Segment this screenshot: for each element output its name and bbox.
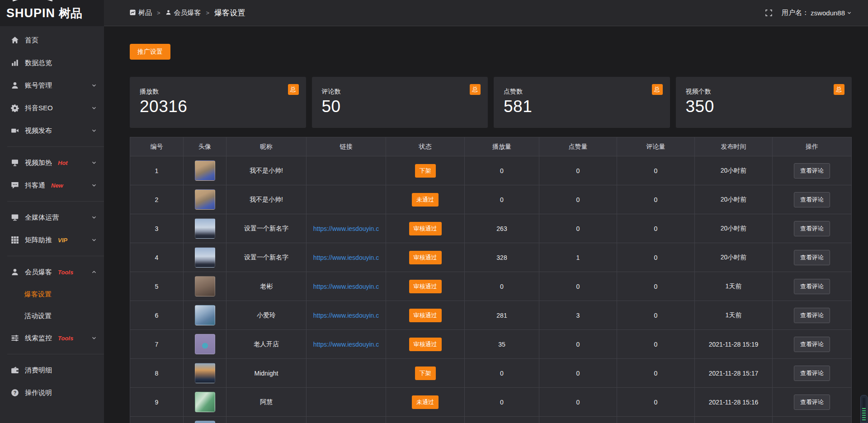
chevron-down-icon[interactable] — [91, 215, 97, 220]
view-comments-button[interactable]: 查看评论 — [794, 395, 830, 410]
home-icon — [11, 36, 19, 44]
cell-link: https://www.iesdouyin.c — [307, 330, 386, 359]
stat-value: 350 — [686, 97, 842, 116]
cell-comments: 0 — [617, 388, 695, 417]
chevron-down-icon[interactable] — [91, 105, 97, 111]
fullscreen-icon[interactable] — [765, 9, 773, 17]
view-comments-button[interactable]: 查看评论 — [794, 308, 830, 323]
cell-index: 4 — [130, 243, 184, 272]
sidebar-item-consume-detail[interactable]: 消费明细 — [0, 359, 104, 381]
cell-time: 2021-11-28 15:19 — [695, 330, 773, 359]
sidebar-item-operation-guide[interactable]: ?操作说明 — [0, 381, 104, 404]
view-comments-button[interactable]: 查看评论 — [794, 279, 830, 294]
username-label: 用户名： — [782, 9, 809, 17]
view-comments-button[interactable]: 查看评论 — [794, 366, 830, 381]
sidebar-item-tag: Tools — [58, 335, 73, 342]
cell-avatar — [184, 359, 226, 388]
sidebar-item-clue-monitor[interactable]: 线索监控Tools — [0, 327, 104, 349]
video-link[interactable]: https://www.iesdouyin.c — [307, 312, 386, 319]
video-link[interactable]: https://www.iesdouyin.c — [307, 225, 386, 232]
cell-action: 查看评论 — [773, 388, 852, 417]
video-link[interactable]: https://www.iesdouyin.c — [307, 341, 386, 348]
view-comments-button[interactable]: 查看评论 — [794, 163, 830, 179]
video-icon — [11, 127, 19, 135]
table-row: 3设置一个新名字https://www.iesdouyin.c审核通过26300… — [130, 214, 852, 243]
cell-comments: 0 — [617, 185, 695, 214]
stat-card-likes: 点赞数 581 总 — [494, 77, 670, 128]
logo[interactable]: SHUPIN 树品 — [0, 0, 104, 26]
chevron-up-icon[interactable] — [91, 269, 97, 275]
cell-nickname — [226, 417, 307, 423]
question-icon: ? — [11, 389, 19, 397]
cell-action: 查看评论 — [773, 359, 852, 388]
cell-likes: 0 — [539, 330, 617, 359]
sidebar-subitem-activity-setting[interactable]: 活动设置 — [0, 305, 104, 327]
chevron-down-icon[interactable] — [91, 237, 97, 243]
monitor-icon — [11, 213, 19, 221]
logo-text-cn: 树品 — [59, 5, 82, 21]
column-header-link: 链接 — [307, 137, 386, 156]
sidebar-item-video-heat[interactable]: 视频加热Hot — [0, 151, 104, 174]
videos-table: 编号头像昵称链接状态播放量点赞量评论量发布时间操作 1我不是小帅!下架00020… — [130, 137, 852, 423]
sidebar-item-account-manage[interactable]: 账号管理 — [0, 74, 104, 97]
chevron-down-icon[interactable] — [91, 335, 97, 341]
total-badge: 总 — [288, 84, 299, 95]
table-row: 6小爱玲https://www.iesdouyin.c审核通过281301天前查… — [130, 301, 852, 330]
view-comments-button[interactable]: 查看评论 — [794, 221, 830, 236]
video-link[interactable]: https://www.iesdouyin.c — [307, 283, 386, 290]
cell-comments — [617, 417, 695, 423]
cell-link: https://www.iesdouyin.c — [307, 214, 386, 243]
cell-time: 2021-11-28 15:16 — [695, 388, 773, 417]
view-comments-button[interactable]: 查看评论 — [794, 250, 830, 265]
cell-link — [307, 388, 386, 417]
stat-label: 视频个数 — [686, 88, 842, 96]
cell-avatar — [184, 301, 226, 330]
status-badge: 审核通过 — [409, 338, 442, 351]
sidebar-item-member-baoke[interactable]: 会员爆客Tools — [0, 261, 104, 283]
scroll-indicator-widget[interactable] — [860, 395, 868, 423]
cell-index: 5 — [130, 272, 184, 301]
sidebar-item-video-publish[interactable]: 视频发布 — [0, 119, 104, 142]
column-header-nickname: 昵称 — [226, 137, 307, 156]
breadcrumb-item-member[interactable]: 会员爆客 — [165, 9, 201, 17]
video-link[interactable]: https://www.iesdouyin.c — [307, 254, 386, 261]
view-comments-button[interactable]: 查看评论 — [794, 337, 830, 352]
sidebar: SHUPIN 树品 首页数据总览账号管理抖音SEO视频发布视频加热Hot抖客通N… — [0, 0, 104, 423]
content: 推广设置 播放数 20316 总 评论数 50 总 点赞数 581 总 — [104, 26, 868, 423]
breadcrumb-item-label: 树品 — [138, 9, 152, 17]
gear-icon — [11, 104, 19, 112]
stat-label: 评论数 — [322, 88, 478, 96]
comment-icon — [11, 181, 19, 189]
breadcrumb-separator: > — [157, 9, 160, 16]
user-menu[interactable]: 用户名： zswodun88 — [782, 9, 852, 17]
cell-action: 查看评论 — [773, 301, 852, 330]
sidebar-item-douyin-seo[interactable]: 抖音SEO — [0, 97, 104, 119]
sidebar-item-data-overview[interactable]: 数据总览 — [0, 52, 104, 74]
table-row: 5老彬https://www.iesdouyin.c审核通过0001天前查看评论 — [130, 272, 852, 301]
stat-card-plays: 播放数 20316 总 — [130, 77, 306, 128]
chevron-down-icon[interactable] — [91, 128, 97, 133]
cell-comments: 0 — [617, 330, 695, 359]
breadcrumb-item-home[interactable]: 树品 — [130, 9, 152, 17]
sidebar-subitem-baoke-setting[interactable]: 爆客设置 — [0, 283, 104, 305]
svg-text:?: ? — [14, 390, 17, 395]
sidebar-item-tag: Tools — [58, 269, 73, 276]
sidebar-item-matrix-boost[interactable]: 矩阵助推VIP — [0, 229, 104, 251]
view-comments-button[interactable]: 查看评论 — [794, 192, 830, 207]
sidebar-subitem-label: 爆客设置 — [24, 290, 52, 299]
chevron-down-icon[interactable] — [91, 160, 97, 165]
user-icon — [11, 268, 19, 276]
promotion-settings-button[interactable]: 推广设置 — [130, 44, 170, 60]
sidebar-divider — [7, 201, 104, 202]
cell-likes: 0 — [539, 185, 617, 214]
chevron-down-icon[interactable] — [91, 183, 97, 188]
sidebar-item-media-operation[interactable]: 全媒体运营 — [0, 206, 104, 229]
sidebar-item-label: 会员爆客 — [25, 268, 52, 277]
sidebar-item-home[interactable]: 首页 — [0, 29, 104, 52]
column-header-action: 操作 — [773, 137, 852, 156]
total-badge: 总 — [470, 84, 481, 95]
sidebar-item-douketong[interactable]: 抖客通New — [0, 174, 104, 197]
chevron-down-icon[interactable] — [91, 83, 97, 88]
cell-likes: 3 — [539, 301, 617, 330]
status-badge: 审核通过 — [409, 309, 442, 322]
